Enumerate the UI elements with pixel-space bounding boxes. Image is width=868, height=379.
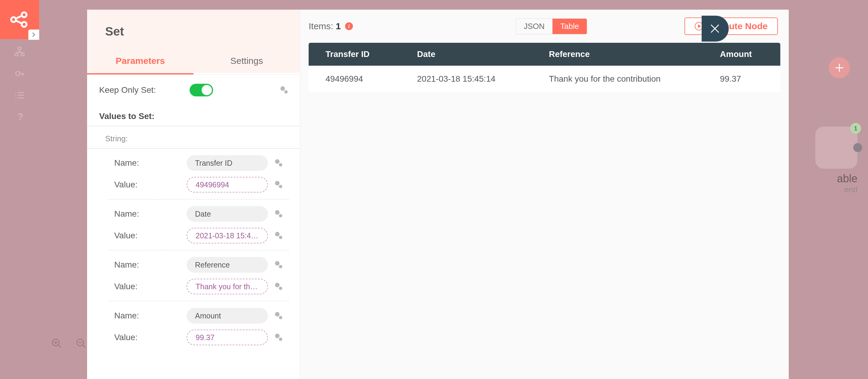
info-icon[interactable]: i xyxy=(345,22,353,30)
items-count-label: Items: 1 xyxy=(309,21,341,31)
nav-credentials-icon[interactable] xyxy=(10,64,29,83)
column-header: Date xyxy=(400,43,532,66)
svg-point-42 xyxy=(275,232,280,236)
svg-point-46 xyxy=(275,283,280,287)
nav-help-icon[interactable]: ? xyxy=(10,108,29,126)
svg-point-41 xyxy=(279,214,282,218)
field-value-gear-icon[interactable] xyxy=(274,231,284,241)
keep-only-set-toggle[interactable] xyxy=(190,84,213,96)
svg-point-36 xyxy=(275,159,280,164)
svg-point-49 xyxy=(279,316,282,319)
sidebar-collapse-icon[interactable] xyxy=(28,30,39,40)
node-title: Set xyxy=(87,10,300,47)
execute-node-button[interactable]: Execute Node xyxy=(684,18,778,35)
field-value-label: Value: xyxy=(114,333,181,342)
svg-rect-7 xyxy=(21,53,24,56)
string-field-group: Name: Value: xyxy=(108,250,289,301)
panel-tabs: Parameters Settings xyxy=(87,47,300,75)
keep-only-set-label: Keep Only Set: xyxy=(99,85,156,95)
view-toggle: JSON Table xyxy=(516,19,587,34)
field-value-gear-icon[interactable] xyxy=(274,333,284,342)
table-cell: 49496994 xyxy=(309,66,400,92)
column-header: Reference xyxy=(532,43,703,66)
values-to-set-header: Values to Set: xyxy=(87,105,300,126)
svg-point-50 xyxy=(275,334,280,338)
field-name-label: Name: xyxy=(114,158,181,168)
close-button[interactable] xyxy=(704,18,726,40)
svg-point-37 xyxy=(279,163,282,167)
svg-marker-53 xyxy=(698,24,701,28)
field-name-label: Name: xyxy=(114,209,181,219)
table-cell: Thank you for the contribution xyxy=(532,66,703,92)
zoom-in-icon[interactable] xyxy=(51,338,62,349)
zoom-controls xyxy=(51,338,87,349)
svg-line-4 xyxy=(16,21,22,24)
string-subsection-header: String: xyxy=(87,126,300,149)
field-value-input[interactable] xyxy=(187,177,268,192)
results-table: Transfer ID Date Reference Amount 494969… xyxy=(309,43,780,92)
table-row: 49496994 2021-03-18 15:45:14 Thank you f… xyxy=(309,66,780,92)
keep-only-set-gear-icon[interactable] xyxy=(279,85,289,95)
field-name-input[interactable] xyxy=(187,257,268,273)
field-name-gear-icon[interactable] xyxy=(274,209,284,219)
svg-point-51 xyxy=(279,338,282,341)
results-panel: Items: 1 i JSON Table Execute Node Trans… xyxy=(300,10,789,379)
svg-point-43 xyxy=(279,236,282,239)
svg-point-47 xyxy=(279,287,282,290)
svg-point-40 xyxy=(275,210,280,215)
tab-parameters[interactable]: Parameters xyxy=(87,47,193,74)
svg-line-3 xyxy=(16,16,22,19)
string-field-group: Name: Value: xyxy=(108,301,289,352)
svg-text:?: ? xyxy=(18,112,23,122)
svg-point-34 xyxy=(281,87,285,91)
svg-rect-6 xyxy=(15,53,18,56)
app-sidebar: ? xyxy=(0,0,39,379)
string-field-group: Name: Value: xyxy=(108,199,289,250)
field-name-input[interactable] xyxy=(187,206,268,222)
field-value-input[interactable] xyxy=(187,279,268,294)
field-name-gear-icon[interactable] xyxy=(274,311,284,321)
svg-rect-5 xyxy=(18,47,21,50)
field-value-label: Value: xyxy=(114,180,181,189)
nav-workflows-icon[interactable] xyxy=(10,43,29,61)
svg-line-28 xyxy=(83,345,85,348)
field-value-input[interactable] xyxy=(187,228,268,244)
field-name-label: Name: xyxy=(114,311,181,321)
column-header: Amount xyxy=(703,43,780,66)
table-cell: 99.37 xyxy=(703,66,780,92)
field-name-label: Name: xyxy=(114,260,181,270)
field-name-input[interactable] xyxy=(187,155,268,171)
column-header: Transfer ID xyxy=(309,43,400,66)
view-json-button[interactable]: JSON xyxy=(516,19,553,34)
table-cell: 2021-03-18 15:45:14 xyxy=(400,66,532,92)
field-value-input[interactable] xyxy=(187,329,268,345)
node-editor-modal: Set Parameters Settings Keep Only Set: V… xyxy=(87,10,789,379)
field-name-input[interactable] xyxy=(187,308,268,323)
svg-point-45 xyxy=(279,265,282,269)
tab-settings[interactable]: Settings xyxy=(193,47,300,74)
node-sublabel-fragment: end xyxy=(797,185,858,194)
node-badge: 1 xyxy=(850,123,861,134)
view-table-button[interactable]: Table xyxy=(553,19,587,34)
field-value-gear-icon[interactable] xyxy=(274,282,284,291)
svg-point-48 xyxy=(275,312,280,317)
svg-point-35 xyxy=(284,90,288,94)
node-label-fragment: able xyxy=(797,172,858,185)
svg-point-38 xyxy=(275,181,280,186)
svg-point-12 xyxy=(16,71,20,75)
app-logo xyxy=(0,0,39,39)
field-name-gear-icon[interactable] xyxy=(274,260,284,270)
nav-executions-icon[interactable] xyxy=(10,86,29,104)
field-name-gear-icon[interactable] xyxy=(274,158,284,168)
zoom-out-icon[interactable] xyxy=(76,338,87,349)
svg-point-39 xyxy=(279,185,282,188)
parameters-panel: Set Parameters Settings Keep Only Set: V… xyxy=(87,10,300,379)
svg-point-44 xyxy=(275,261,280,266)
field-value-label: Value: xyxy=(114,282,181,291)
svg-line-24 xyxy=(58,345,61,348)
canvas-node-fragment: 1 able end xyxy=(797,127,858,194)
field-value-label: Value: xyxy=(114,231,181,241)
string-field-group: Name: Value: xyxy=(87,149,300,199)
field-value-gear-icon[interactable] xyxy=(274,180,284,189)
add-node-button[interactable] xyxy=(829,57,850,78)
